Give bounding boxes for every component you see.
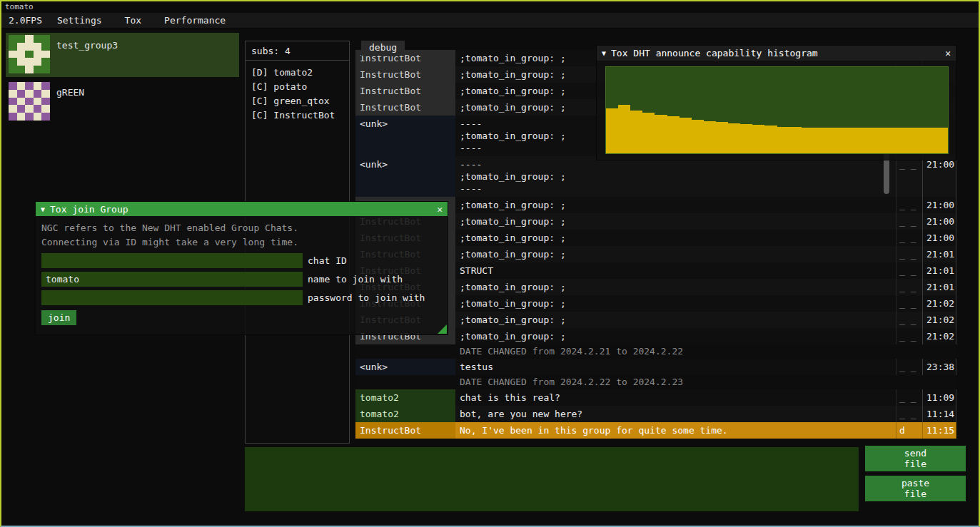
message-flags: _ _ <box>896 295 922 312</box>
message-text: ---- ;tomato_in_group: ; ---- <box>455 156 896 197</box>
histogram-bar <box>716 122 728 153</box>
menu-tox[interactable]: Tox <box>117 15 149 26</box>
join-info-line: NGC refers to the New DHT enabled Group … <box>41 221 442 235</box>
message-text: ;tomato_in_group: ; <box>455 312 896 328</box>
member-item[interactable]: [C] InstructBot <box>251 108 343 123</box>
join-name-input[interactable] <box>41 272 303 287</box>
message-time: 21:02 <box>922 328 956 344</box>
join-password-label: password to join with <box>308 292 425 303</box>
message-flags: _ _ <box>896 213 922 230</box>
paste-file-button[interactable]: paste file <box>865 476 966 501</box>
send-file-button[interactable]: send file <box>865 446 966 471</box>
message-time: 11:15 <box>922 422 956 439</box>
message-text: No, I've been in this group for quite so… <box>455 422 896 439</box>
chat-row[interactable]: <unk>testus_ _23:38 <box>355 359 956 375</box>
chat-row[interactable]: <unk>---- ;tomato_in_group: ; ----_ _21:… <box>355 156 956 197</box>
message-time: 21:02 <box>922 312 956 328</box>
close-icon[interactable]: ✕ <box>437 204 443 215</box>
collapse-icon[interactable]: ▼ <box>602 49 606 57</box>
collapse-icon[interactable]: ▼ <box>41 205 45 213</box>
message-flags: _ _ <box>896 246 922 262</box>
date-changed-text: DATE CHANGED from 2024.2.21 to 2024.2.22 <box>455 344 956 359</box>
histogram-bar <box>814 128 826 153</box>
message-time: 21:00 <box>922 230 956 246</box>
group-item[interactable]: test_group3 <box>6 33 239 77</box>
subs-header: subs: 4 <box>251 46 343 56</box>
message-input[interactable] <box>245 447 859 511</box>
histogram-window: ▼ Tox DHT announce capability histogram … <box>596 45 956 160</box>
group-name: gREEN <box>56 82 84 98</box>
date-changed-text: DATE CHANGED from 2024.2.22 to 2024.2.23 <box>455 375 956 389</box>
histogram-window-title: Tox DHT announce capability histogram <box>611 48 818 58</box>
message-flags: _ _ <box>896 156 922 197</box>
sender-name: InstructBot <box>355 422 455 439</box>
tab-debug[interactable]: debug <box>361 41 405 56</box>
message-time: 11:09 <box>922 389 956 406</box>
message-text: STRUCT <box>455 262 896 279</box>
resize-grip-icon[interactable] <box>438 324 447 334</box>
histogram-bar <box>887 128 899 153</box>
message-text: bot, are you new here? <box>455 406 896 422</box>
histogram-bar <box>838 128 850 153</box>
menubar: 2.0FPS Settings Tox Performance <box>1 13 979 29</box>
histogram-bar <box>789 127 802 154</box>
histogram-bar <box>777 127 789 154</box>
histogram-bar <box>728 123 740 153</box>
message-time: 21:01 <box>922 246 956 262</box>
histogram-bar <box>630 111 642 154</box>
chat-id-input[interactable] <box>41 253 303 268</box>
histogram-bar <box>655 115 667 153</box>
message-flags: _ _ <box>896 359 922 375</box>
join-password-input[interactable] <box>41 290 303 305</box>
sender-name: <unk> <box>355 116 455 156</box>
date-row: DATE CHANGED from 2024.2.22 to 2024.2.23 <box>355 375 956 389</box>
histogram-plot <box>605 66 949 154</box>
chat-id-label: chat ID <box>308 255 347 266</box>
message-text: chat is this real? <box>455 389 896 406</box>
member-item[interactable]: [C] green_qtox <box>251 94 343 108</box>
histogram-bar <box>606 108 618 153</box>
sender-name: InstructBot <box>355 66 455 83</box>
chat-row[interactable]: InstructBotNo, I've been in this group f… <box>355 422 956 439</box>
titlebar: tomato <box>1 1 979 13</box>
join-group-window: ▼ Tox join Group ✕ NGC refers to the New… <box>35 201 448 335</box>
menu-settings[interactable]: Settings <box>49 15 110 26</box>
close-icon[interactable]: ✕ <box>945 48 951 58</box>
histogram-bar <box>618 105 630 153</box>
join-button[interactable]: join <box>41 310 76 325</box>
histogram-window-titlebar[interactable]: ▼ Tox DHT announce capability histogram … <box>597 46 956 61</box>
chat-row[interactable]: tomato2chat is this real?_ _11:09 <box>355 389 956 406</box>
sender-name: tomato2 <box>355 389 455 406</box>
histogram-bar <box>850 128 862 153</box>
group-item[interactable]: gREEN <box>6 80 239 124</box>
histogram-bar <box>642 113 655 153</box>
member-list: [D] tomato2[C] potato[C] green_qtox[C] I… <box>251 66 343 123</box>
message-time: 21:01 <box>922 279 956 295</box>
message-flags: _ _ <box>896 197 922 213</box>
message-flags: d <box>896 422 922 439</box>
message-time: 11:14 <box>922 406 956 422</box>
join-window-titlebar[interactable]: ▼ Tox join Group ✕ <box>36 202 448 216</box>
join-info-line: Connecting via ID might take a very long… <box>41 235 442 250</box>
histogram-bar <box>936 128 948 153</box>
histogram-bar <box>924 128 936 153</box>
message-text: testus <box>455 359 896 375</box>
sender-name: tomato2 <box>355 406 455 422</box>
menu-performance[interactable]: Performance <box>156 15 233 26</box>
histogram-bar <box>704 121 716 153</box>
window-title: tomato <box>5 2 34 11</box>
message-flags: _ _ <box>896 406 922 422</box>
histogram-bar <box>862 128 874 153</box>
member-item[interactable]: [C] potato <box>251 80 343 94</box>
message-time: 21:00 <box>922 213 956 230</box>
fps-counter: 2.0FPS <box>1 15 49 26</box>
sender-name: <unk> <box>355 156 455 197</box>
join-name-label: name to join with <box>308 274 403 285</box>
message-text: ;tomato_in_group: ; <box>455 213 896 230</box>
message-flags: _ _ <box>896 262 922 279</box>
histogram-bar <box>764 126 777 153</box>
chat-row[interactable]: tomato2bot, are you new here?_ _11:14 <box>355 406 956 422</box>
member-item[interactable]: [D] tomato2 <box>251 66 343 80</box>
message-text: ;tomato_in_group: ; <box>455 295 896 312</box>
message-flags: _ _ <box>896 230 922 246</box>
